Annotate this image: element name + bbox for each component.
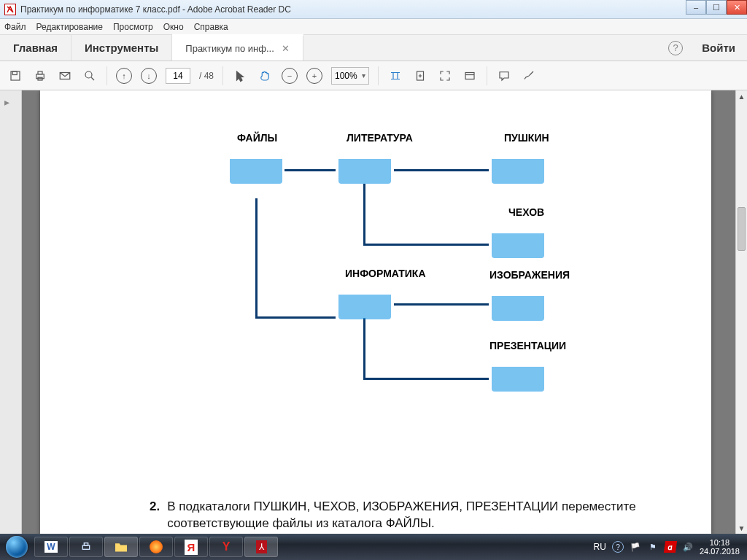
svg-point-6 bbox=[85, 71, 92, 78]
taskbar-yandex-icon[interactable]: Я bbox=[174, 537, 208, 557]
tab-row: Главная Инструменты Практикум по инф...✕… bbox=[0, 35, 747, 61]
fit-width-icon[interactable] bbox=[387, 68, 403, 84]
save-icon[interactable] bbox=[7, 68, 23, 84]
tab-tools[interactable]: Инструменты bbox=[71, 35, 172, 61]
tab-home[interactable]: Главная bbox=[0, 35, 71, 61]
task-list: 2. В подкаталоги ПУШКИН, ЧЕХОВ, ИЗОБРАЖЕ… bbox=[150, 499, 660, 534]
svg-rect-3 bbox=[38, 71, 42, 74]
taskbar-browser-icon[interactable]: Y bbox=[209, 537, 243, 557]
scroll-thumb[interactable] bbox=[738, 207, 746, 251]
view-mode-icon[interactable] bbox=[462, 68, 478, 84]
folder-icon bbox=[489, 144, 547, 187]
minimize-button[interactable]: – bbox=[686, 0, 706, 15]
tab-document[interactable]: Практикум по инф...✕ bbox=[172, 34, 303, 61]
cursor-icon[interactable] bbox=[232, 68, 248, 84]
signin-button[interactable]: Войти bbox=[690, 35, 747, 61]
window-titlebar: Практикум по информатике 7 класс.pdf - A… bbox=[0, 0, 747, 19]
tab-close-icon[interactable]: ✕ bbox=[282, 43, 290, 54]
folder-label-pushkin: ПУШКИН bbox=[504, 132, 549, 144]
tray-network-icon[interactable]: ⚑ bbox=[647, 541, 659, 553]
help-icon[interactable]: ? bbox=[668, 41, 683, 55]
toolbar: ↑ ↓ / 48 − + 100% bbox=[0, 61, 747, 90]
zoom-select[interactable]: 100% bbox=[331, 67, 369, 85]
menu-file[interactable]: Файл bbox=[4, 22, 26, 32]
search-icon[interactable] bbox=[82, 68, 98, 84]
window-title: Практикум по информатике 7 класс.pdf - A… bbox=[20, 4, 291, 15]
vertical-scrollbar[interactable]: ▲ ▼ bbox=[735, 90, 747, 534]
taskbar-word-icon[interactable]: W bbox=[34, 537, 68, 557]
tray-antivirus-icon[interactable]: ɑ bbox=[664, 541, 677, 553]
scroll-up-icon[interactable]: ▲ bbox=[736, 90, 747, 102]
folder-icon bbox=[336, 280, 394, 322]
tray-clock[interactable]: 10:18 24.07.2018 bbox=[700, 538, 740, 556]
taskbar-acrobat-icon[interactable]: ⅄ bbox=[244, 537, 278, 557]
folder-icon bbox=[489, 352, 547, 394]
panel-chevron-icon[interactable]: ▸ bbox=[4, 96, 9, 108]
folder-label-literature: ЛИТЕРАТУРА bbox=[347, 132, 413, 144]
start-button[interactable] bbox=[0, 534, 34, 560]
folder-icon bbox=[489, 219, 547, 261]
system-tray: RU ? 🏳️ ⚑ ɑ 🔊 10:18 24.07.2018 bbox=[594, 538, 747, 556]
svg-rect-1 bbox=[12, 71, 17, 75]
scroll-down-icon[interactable]: ▼ bbox=[736, 522, 747, 534]
svg-rect-8 bbox=[465, 72, 474, 79]
folder-label-files: ФАЙЛЫ bbox=[237, 132, 277, 144]
close-button[interactable]: ✕ bbox=[727, 0, 747, 15]
zoom-out-icon[interactable]: − bbox=[282, 68, 298, 84]
mail-icon[interactable] bbox=[57, 68, 73, 84]
folder-icon bbox=[227, 144, 285, 187]
fit-page-icon[interactable] bbox=[412, 68, 428, 84]
document-viewport[interactable]: ▸ ФАЙЛЫ ЛИТЕРАТУРА ПУШКИН bbox=[0, 90, 735, 534]
page-up-icon[interactable]: ↑ bbox=[116, 68, 132, 84]
app-icon bbox=[4, 4, 16, 15]
comment-icon[interactable] bbox=[496, 68, 512, 84]
svg-rect-10 bbox=[84, 543, 88, 545]
fullscreen-icon[interactable] bbox=[437, 68, 453, 84]
taskbar: W Я Y ⅄ RU ? 🏳️ ⚑ ɑ 🔊 10:18 24.07.2018 bbox=[0, 534, 747, 560]
folder-label-presentations: ПРЕЗЕНТАЦИИ bbox=[489, 340, 566, 351]
folder-icon bbox=[336, 144, 394, 187]
menu-help[interactable]: Справка bbox=[194, 22, 228, 32]
task-text: В подкаталоги ПУШКИН, ЧЕХОВ, ИЗОБРАЖЕНИЯ… bbox=[167, 499, 660, 532]
folder-icon bbox=[489, 281, 547, 324]
tray-volume-icon[interactable]: 🔊 bbox=[682, 541, 694, 553]
tray-help-icon[interactable]: ? bbox=[612, 541, 624, 553]
left-panel-strip[interactable]: ▸ bbox=[0, 90, 22, 534]
print-icon[interactable] bbox=[32, 68, 48, 84]
page-total: / 48 bbox=[199, 71, 214, 81]
menu-edit[interactable]: Редактирование bbox=[36, 22, 103, 32]
page-down-icon[interactable]: ↓ bbox=[141, 68, 157, 84]
folder-label-images: ИЗОБРАЖЕНИЯ bbox=[489, 269, 570, 281]
folder-diagram: ФАЙЛЫ ЛИТЕРАТУРА ПУШКИН ЧЕХОВ ИНФОРМАТИК… bbox=[215, 134, 653, 448]
zoom-in-icon[interactable]: + bbox=[306, 68, 322, 84]
page-number-input[interactable] bbox=[166, 68, 190, 84]
taskbar-printer-icon[interactable] bbox=[69, 537, 103, 557]
menu-bar: Файл Редактирование Просмотр Окно Справк… bbox=[0, 19, 747, 35]
tray-language[interactable]: RU bbox=[594, 542, 606, 552]
menu-view[interactable]: Просмотр bbox=[113, 22, 153, 32]
folder-label-chekhov: ЧЕХОВ bbox=[508, 206, 544, 218]
hand-icon[interactable] bbox=[257, 68, 273, 84]
tray-flag-icon[interactable]: 🏳️ bbox=[630, 541, 641, 553]
maximize-button[interactable]: ☐ bbox=[706, 0, 727, 15]
menu-window[interactable]: Окно bbox=[163, 22, 184, 32]
taskbar-firefox-icon[interactable] bbox=[139, 537, 173, 557]
pdf-page: ФАЙЛЫ ЛИТЕРАТУРА ПУШКИН ЧЕХОВ ИНФОРМАТИК… bbox=[40, 90, 711, 534]
task-number: 2. bbox=[150, 499, 160, 532]
sign-icon[interactable] bbox=[521, 68, 537, 84]
folder-label-informatics: ИНФОРМАТИКА bbox=[345, 268, 426, 279]
taskbar-explorer-icon[interactable] bbox=[104, 537, 138, 557]
svg-rect-9 bbox=[82, 545, 89, 549]
